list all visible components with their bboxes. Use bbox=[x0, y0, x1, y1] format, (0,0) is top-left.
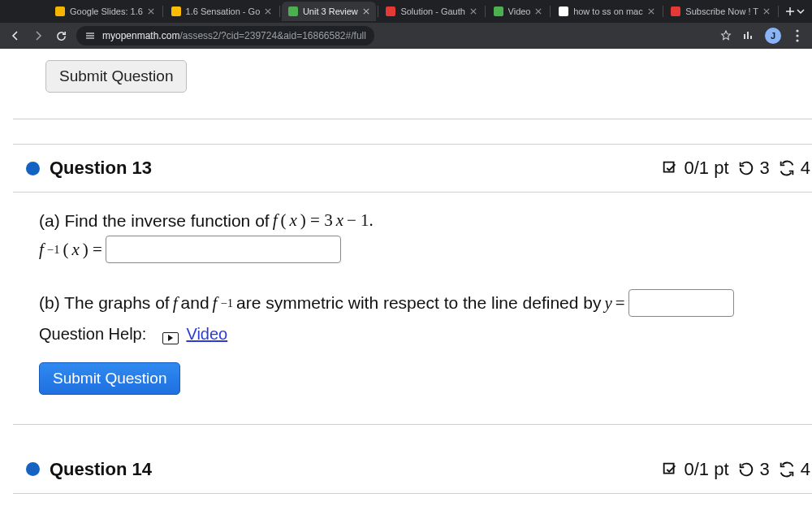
tab-label: Google Slides: 1.6 bbox=[70, 6, 143, 16]
finv-sup: −1 bbox=[47, 243, 60, 257]
part-b-answer-input[interactable] bbox=[628, 289, 734, 317]
submit-question-button-prev[interactable]: Submit Question bbox=[45, 60, 187, 93]
all-tabs-button[interactable] bbox=[795, 3, 806, 19]
reattempts: 4 bbox=[801, 459, 810, 480]
attempts-remaining: 3 bbox=[760, 459, 770, 480]
part-b-y: y bbox=[604, 293, 611, 314]
address-bar[interactable]: myopenmath.com/assess2/?cid=239724&aid=1… bbox=[76, 26, 374, 45]
part-b-finv: f bbox=[213, 293, 218, 314]
close-icon[interactable] bbox=[763, 8, 770, 15]
tab-sensation[interactable]: 1.6 Sensation - Go bbox=[165, 2, 279, 21]
part-b-text-1: (b) The graphs of bbox=[39, 293, 170, 313]
slides-icon bbox=[55, 6, 65, 16]
svg-point-2 bbox=[796, 39, 798, 41]
part-b-text-2: are symmetric with respect to the line d… bbox=[236, 293, 601, 313]
site-settings-icon[interactable] bbox=[84, 30, 96, 41]
part-b-and: and bbox=[181, 293, 209, 313]
tab-label: Video bbox=[508, 6, 531, 16]
question-score-meta: 0/1 pt 3 4 bbox=[661, 158, 812, 179]
close-icon[interactable] bbox=[363, 8, 369, 15]
status-dot-icon bbox=[26, 162, 40, 175]
close-icon[interactable] bbox=[648, 8, 654, 15]
part-a-prompt: (a) Find the inverse function of f(x) = … bbox=[39, 210, 809, 231]
new-tab-button[interactable] bbox=[785, 3, 796, 19]
tab-label: how to ss on mac bbox=[573, 6, 643, 16]
attempts-remaining: 3 bbox=[760, 158, 770, 179]
part-b-finv-sup: −1 bbox=[220, 296, 233, 310]
help-label: Question Help: bbox=[39, 325, 146, 343]
gauth-icon bbox=[386, 6, 395, 16]
question-13-header: Question 13 0/1 pt 3 4 bbox=[13, 144, 812, 193]
tab-how-to-ss[interactable]: how to ss on mac bbox=[552, 2, 661, 21]
kebab-menu-icon[interactable] bbox=[791, 29, 804, 42]
finv-label: f bbox=[39, 240, 44, 260]
forward-button[interactable] bbox=[31, 28, 45, 43]
google-icon bbox=[559, 6, 568, 16]
part-a-expression: f bbox=[273, 210, 278, 231]
tab-label: Subscribe Now ! T bbox=[685, 6, 758, 16]
browser-chrome: Google Slides: 1.6 1.6 Sensation - Go Un… bbox=[0, 0, 812, 49]
myopenmath-icon bbox=[288, 6, 298, 16]
question-help-row: Question Help: Video bbox=[39, 325, 809, 344]
previous-question-footer: Submit Question bbox=[13, 60, 812, 119]
close-icon[interactable] bbox=[535, 8, 542, 15]
close-icon[interactable] bbox=[148, 8, 154, 15]
tab-label: Solution - Gauth bbox=[400, 6, 465, 16]
question-title: Question 13 bbox=[50, 158, 152, 179]
question-14-header: Question 14 0/1 pt 3 4 bbox=[13, 446, 812, 494]
back-button[interactable] bbox=[8, 28, 23, 43]
toolbar: myopenmath.com/assess2/?cid=239724&aid=1… bbox=[0, 23, 812, 49]
close-icon[interactable] bbox=[470, 8, 477, 15]
close-icon[interactable] bbox=[265, 8, 271, 15]
page-content: Submit Question Question 13 0/1 pt 3 4 (… bbox=[0, 49, 812, 494]
tab-gauth[interactable]: Solution - Gauth bbox=[379, 2, 483, 21]
play-icon bbox=[162, 332, 179, 344]
tab-label: Unit 3 Review bbox=[303, 6, 358, 16]
subscribe-icon bbox=[671, 6, 680, 16]
status-dot-icon bbox=[26, 462, 40, 476]
reattempts: 4 bbox=[801, 158, 810, 179]
submit-question-button[interactable]: Submit Question bbox=[39, 362, 180, 395]
question-13-body: (a) Find the inverse function of f(x) = … bbox=[13, 193, 812, 403]
url-text: myopenmath.com/assess2/?cid=239724&aid=1… bbox=[102, 30, 366, 41]
retry-icon bbox=[737, 461, 755, 478]
svg-point-0 bbox=[796, 29, 798, 32]
part-a-answer-input[interactable] bbox=[106, 236, 341, 263]
score-text: 0/1 pt bbox=[684, 158, 728, 179]
tab-google-slides[interactable]: Google Slides: 1.6 bbox=[49, 2, 161, 21]
part-b-prompt: (b) The graphs of f and f−1 are symmetri… bbox=[39, 289, 809, 317]
question-title: Question 14 bbox=[50, 459, 152, 480]
retry-icon bbox=[737, 159, 755, 177]
part-a-answer-row: f−1(x) = bbox=[39, 236, 809, 263]
tab-strip: Google Slides: 1.6 1.6 Sensation - Go Un… bbox=[0, 0, 812, 23]
tab-subscribe[interactable]: Subscribe Now ! T bbox=[664, 2, 776, 21]
tab-unit3-review[interactable]: Unit 3 Review bbox=[282, 2, 376, 21]
bookmark-star-icon[interactable] bbox=[719, 29, 732, 42]
check-icon bbox=[661, 461, 679, 478]
finv-paren: ( bbox=[63, 240, 68, 260]
video-link[interactable]: Video bbox=[186, 325, 227, 343]
tab-label: 1.6 Sensation - Go bbox=[186, 6, 261, 16]
part-b-f: f bbox=[173, 293, 178, 314]
svg-point-1 bbox=[796, 34, 798, 37]
question-score-meta: 0/1 pt 3 4 bbox=[661, 459, 812, 480]
check-icon bbox=[661, 159, 679, 177]
regen-icon bbox=[778, 159, 796, 177]
tab-video[interactable]: Video bbox=[487, 2, 549, 21]
video-icon bbox=[494, 6, 503, 16]
score-text: 0/1 pt bbox=[684, 459, 728, 480]
doc-icon bbox=[171, 6, 181, 16]
reload-button[interactable] bbox=[54, 28, 68, 43]
media-control-icon[interactable] bbox=[742, 29, 755, 42]
regen-icon bbox=[778, 461, 796, 478]
profile-avatar[interactable]: J bbox=[765, 28, 781, 44]
part-a-text: (a) Find the inverse function of bbox=[39, 211, 270, 231]
